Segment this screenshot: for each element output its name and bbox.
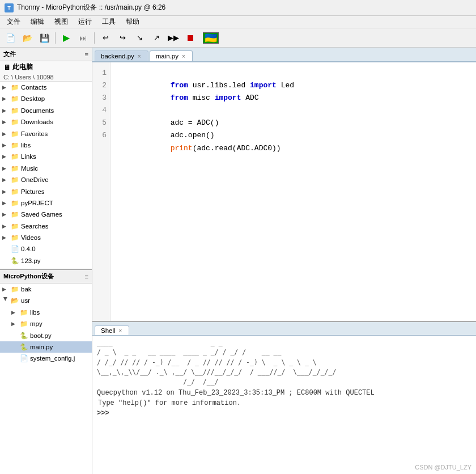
folder-onedrive[interactable]: ▶ 📁 OneDrive: [0, 174, 92, 185]
folder-icon: 📁: [19, 308, 28, 316]
menu-file[interactable]: 文件: [2, 16, 25, 28]
file-bootpy[interactable]: ▶ 🐍 boot.py: [0, 330, 92, 341]
arrow-icon: ▶: [2, 83, 9, 91]
main-container: 文件 ≡ 🖥 此电脑 C: \ Users \ 10098 ▶ 📁 Contac…: [0, 48, 476, 474]
folder-desktop[interactable]: ▶ 📁 Desktop: [0, 93, 92, 104]
this-pc-row[interactable]: 🖥 此电脑: [0, 61, 92, 73]
folder-onedrive-label: OneDrive: [21, 175, 49, 185]
current-path: C: \ Users \ 10098: [0, 73, 92, 82]
tab-shell-close[interactable]: ×: [118, 328, 124, 334]
folder-pyprject[interactable]: ▶ 📁 pyPRJECT: [0, 197, 92, 209]
file-mainpy[interactable]: ▶ 🐍 main.py: [0, 341, 92, 353]
folder-contacts[interactable]: ▶ 📁 Contacts: [0, 82, 92, 93]
tab-backend-py-label: backend.py: [101, 53, 134, 60]
stop-button[interactable]: ⏹: [182, 31, 198, 45]
sidebar-section2-menu-icon[interactable]: ≡: [85, 273, 88, 280]
tab-main-py-close[interactable]: ×: [181, 53, 186, 60]
menu-tools[interactable]: 工具: [97, 16, 120, 28]
file-040-label: 0.4.0: [21, 244, 36, 254]
folder-downloads[interactable]: ▶ 📁 Downloads: [0, 116, 92, 128]
folder-documents[interactable]: ▶ 📁 Documents: [0, 105, 92, 116]
this-pc-label: 此电脑: [12, 63, 33, 71]
folder-mpy[interactable]: ▶ 📁 mpy: [0, 318, 92, 329]
line-numbers: 1 2 3 4 5 6: [92, 62, 110, 321]
folder-videos-label: Videos: [21, 232, 41, 243]
micropython-tree: ▶ 📁 bak ▶ 📂 usr ▶ 📁 libs ▶ 📁 mpy: [0, 283, 92, 365]
resume-button[interactable]: ▶▶: [165, 31, 181, 45]
folder-links[interactable]: ▶ 📁 Links: [0, 151, 92, 162]
folder-bak[interactable]: ▶ 📁 bak: [0, 283, 92, 295]
save-button[interactable]: 💾: [36, 31, 52, 45]
file-tree-section1: ▶ 📁 Contacts ▶ 📁 Desktop ▶ 📁 Documents ▶…: [0, 82, 92, 269]
sidebar-section2: MicroPython设备 ≡ ▶ 📁 bak ▶ 📂 usr ▶ 📁 libs: [0, 269, 92, 365]
menu-edit[interactable]: 编辑: [26, 16, 49, 28]
file-system-config[interactable]: ▶ 📄 system_config.j: [0, 353, 92, 364]
file-123py[interactable]: ▶ 🐍 123.py: [0, 255, 92, 266]
tab-backend-py-close[interactable]: ×: [137, 53, 142, 60]
arrow-icon: ▶: [11, 320, 18, 328]
sidebar-section1-menu-icon[interactable]: ≡: [85, 51, 88, 58]
folder-contacts-label: Contacts: [21, 82, 46, 92]
this-pc-icon: 🖥: [3, 64, 10, 71]
file-icon: 📄: [10, 246, 19, 253]
arrow-icon: ▶: [2, 153, 9, 160]
tab-shell[interactable]: Shell ×: [95, 325, 129, 335]
step-into-button[interactable]: ↘: [131, 31, 147, 45]
folder-usr[interactable]: ▶ 📂 usr: [0, 295, 92, 306]
tab-shell-label: Shell: [101, 327, 116, 334]
file-icon: 📄: [19, 355, 28, 363]
folder-libs-micro[interactable]: ▶ 📁 libs: [0, 307, 92, 318]
folder-icon: 📁: [10, 176, 19, 184]
folder-music[interactable]: ▶ 📁 Music: [0, 163, 92, 174]
arrow-icon: ▶: [2, 285, 9, 293]
arrow-icon: ▶: [2, 222, 9, 230]
new-button[interactable]: 📄: [2, 31, 18, 45]
watermark: CSDN @DJTU_LZY: [415, 464, 471, 471]
shell-tab-bar: Shell ×: [92, 322, 476, 336]
sidebar-section1-header: 文件 ≡: [0, 48, 92, 61]
folder-favorites[interactable]: ▶ 📁 Favorites: [0, 128, 92, 139]
step-back-button[interactable]: ↩: [97, 31, 113, 45]
code-line-1: from usr.libs.led import Led: [117, 67, 469, 79]
toolbar-sep1: [55, 32, 56, 44]
title-bar: T Thonny - MicroPython设备 :: /usr/main.py…: [0, 0, 476, 16]
folder-icon: 📁: [10, 83, 19, 91]
debug-button[interactable]: ⏭: [75, 31, 91, 45]
folder-libs-label: libs: [21, 140, 31, 150]
folder-usr-label: usr: [21, 295, 30, 306]
open-button[interactable]: 📂: [19, 31, 35, 45]
py-icon: 🐍: [10, 257, 19, 265]
folder-pictures-label: Pictures: [21, 187, 45, 197]
menu-help[interactable]: 帮助: [121, 16, 144, 28]
step-fwd-button[interactable]: ↪: [114, 31, 130, 45]
folder-searches[interactable]: ▶ 📁 Searches: [0, 221, 92, 232]
run-button[interactable]: ▶: [58, 31, 74, 45]
arrow-icon: ▶: [2, 130, 9, 138]
code-content[interactable]: from usr.libs.led import Led from misc i…: [110, 62, 476, 321]
shell-info: Quecpython v1.12 on Thu_Feb_23_2023_3:35…: [97, 389, 471, 397]
folder-pyprject-label: pyPRJECT: [21, 198, 53, 208]
folder-icon: 📁: [10, 210, 19, 218]
arrow-icon: ▶: [2, 234, 9, 242]
folder-saved-games[interactable]: ▶ 📁 Saved Games: [0, 209, 92, 220]
folder-links-label: Links: [21, 151, 36, 162]
tab-main-py-label: main.py: [156, 53, 178, 60]
folder-libs[interactable]: ▶ 📁 libs: [0, 139, 92, 151]
arrow-icon: ▶: [2, 188, 9, 196]
file-mainpy-label: main.py: [30, 342, 53, 352]
folder-videos[interactable]: ▶ 📁 Videos: [0, 232, 92, 243]
step-over-button[interactable]: ↗: [148, 31, 164, 45]
shell-content[interactable]: ____ _ _ / _ \ _ _ __ ____ ____ _ _/ / _…: [92, 336, 476, 474]
editor-container: 1 2 3 4 5 6 from usr.libs.led import Led…: [92, 62, 476, 321]
file-040[interactable]: ▶ 📄 0.4.0: [0, 243, 92, 255]
folder-icon: 📁: [10, 199, 19, 207]
file-123py-label: 123.py: [21, 256, 41, 266]
menu-view[interactable]: 视图: [50, 16, 73, 28]
folder-pictures[interactable]: ▶ 📁 Pictures: [0, 186, 92, 197]
tab-backend-py[interactable]: backend.py ×: [95, 50, 148, 61]
code-editor[interactable]: 1 2 3 4 5 6 from usr.libs.led import Led…: [92, 62, 476, 321]
folder-favorites-label: Favorites: [21, 129, 48, 139]
tab-main-py[interactable]: main.py ×: [150, 50, 193, 61]
folder-icon: 📁: [10, 222, 19, 230]
menu-run[interactable]: 运行: [74, 16, 96, 28]
